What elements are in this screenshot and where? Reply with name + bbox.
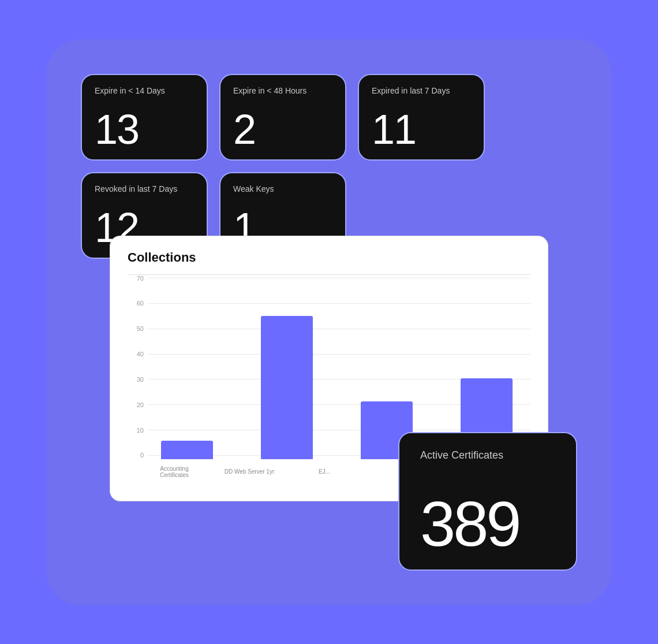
outer-container: Expire in < 14 Days 13 Expire in < 48 Ho… [46, 39, 612, 605]
grid-label-10: 10 [128, 427, 144, 434]
grid-label-0: 0 [128, 452, 144, 459]
expire-14-label: Expire in < 14 Days [95, 85, 194, 96]
expire-14-card[interactable]: Expire in < 14 Days 13 [81, 74, 208, 161]
grid-label-20: 20 [128, 401, 144, 408]
bar-1[interactable] [261, 316, 313, 459]
active-cert-label: Active Certificates [420, 449, 555, 461]
expired-7-card[interactable]: Expired in last 7 Days 11 [358, 74, 485, 161]
x-label-0: Accounting Certificates [148, 466, 200, 478]
grid-label-60: 60 [128, 300, 144, 307]
x-label-2: EJ... [298, 468, 350, 475]
grid-label-70: 70 [128, 275, 144, 282]
bar-group-1 [248, 316, 325, 459]
x-label-1: DD Web Server 1yr [223, 468, 275, 475]
expire-48-card[interactable]: Expire in < 48 Hours 2 [219, 74, 346, 161]
expired-7-label: Expired in last 7 Days [372, 85, 471, 96]
expired-7-value: 11 [372, 109, 471, 150]
expire-48-label: Expire in < 48 Hours [233, 85, 332, 96]
grid-label-50: 50 [128, 325, 144, 332]
expire-14-value: 13 [95, 109, 194, 150]
collections-title: Collections [128, 250, 530, 265]
bars-container [148, 275, 525, 459]
expire-48-value: 2 [233, 109, 332, 150]
weak-keys-label: Weak Keys [233, 184, 332, 194]
scene: Expire in < 14 Days 13 Expire in < 48 Ho… [81, 74, 577, 571]
bar-group-0 [148, 441, 225, 459]
grid-label-30: 30 [128, 376, 144, 383]
active-cert-card[interactable]: Active Certificates 389 [398, 432, 577, 571]
grid-label-40: 40 [128, 351, 144, 358]
bar-0[interactable] [161, 441, 213, 459]
active-cert-value: 389 [420, 492, 555, 556]
revoked-label: Revoked in last 7 Days [95, 184, 194, 194]
